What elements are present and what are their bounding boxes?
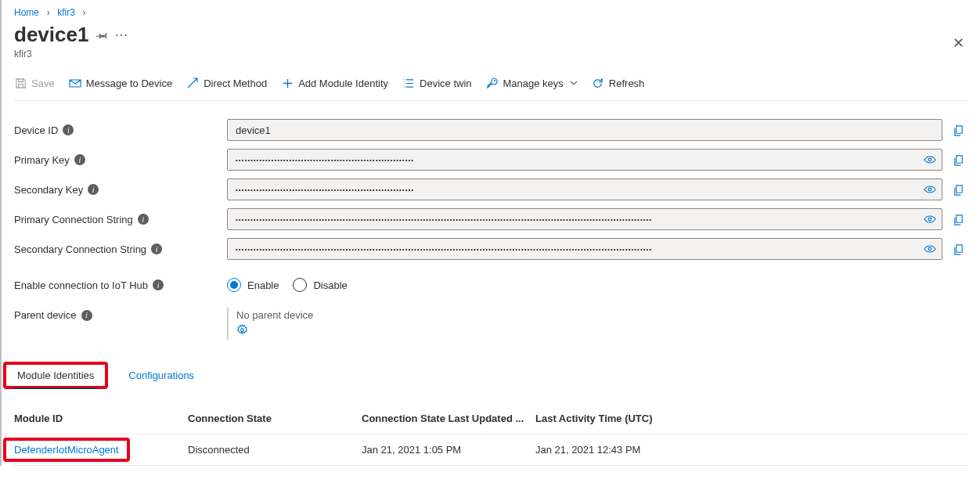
key-icon (486, 77, 499, 89)
svg-point-0 (494, 80, 495, 81)
direct-method-label: Direct Method (204, 77, 267, 89)
page-subtitle: kfir3 (14, 49, 967, 59)
tab-configurations[interactable]: Configurations (125, 363, 197, 387)
direct-method-button[interactable]: Direct Method (186, 77, 267, 89)
chevron-right-icon: › (83, 7, 86, 18)
copy-icon[interactable] (949, 184, 967, 196)
primary-key-value[interactable]: ••••••••••••••••••••••••••••••••••••••••… (227, 149, 942, 171)
breadcrumb-parent[interactable]: kfir3 (57, 7, 75, 18)
page-title: device1 (14, 23, 88, 47)
secondary-key-value[interactable]: ••••••••••••••••••••••••••••••••••••••••… (227, 178, 942, 200)
secondary-key-label: Secondary Key (14, 184, 83, 196)
disable-radio[interactable]: Disable (293, 278, 347, 292)
refresh-label: Refresh (609, 77, 645, 89)
primary-cs-value[interactable]: ••••••••••••••••••••••••••••••••••••••••… (227, 208, 942, 230)
parent-device-label: Parent device (14, 309, 77, 321)
cell-connection-state: Disconnected (188, 444, 362, 456)
plus-icon (281, 77, 294, 89)
info-icon[interactable]: i (63, 124, 74, 135)
svg-point-4 (928, 247, 931, 251)
secondary-cs-label: Secondary Connection String (14, 243, 146, 255)
enable-connection-field: Enable connection to IoT Hubi Enable Dis… (14, 270, 967, 300)
col-module-id: Module ID (14, 413, 188, 424)
breadcrumb: Home › kfir3 › (14, 6, 967, 21)
refresh-button[interactable]: Refresh (592, 77, 645, 89)
primary-key-label: Primary Key (14, 154, 70, 166)
reveal-icon[interactable] (924, 153, 936, 166)
info-icon[interactable]: i (74, 154, 85, 165)
copy-icon[interactable] (949, 154, 967, 166)
enable-radio-label: Enable (247, 279, 279, 291)
mail-icon (69, 77, 81, 89)
gear-icon[interactable] (236, 324, 248, 336)
message-label: Message to Device (86, 77, 173, 89)
refresh-icon (592, 77, 604, 89)
svg-point-2 (928, 188, 931, 191)
save-label: Save (31, 77, 55, 89)
save-icon (14, 77, 27, 89)
secondary-connection-string-field: Secondary Connection Stringi •••••••••••… (14, 234, 967, 264)
device-twin-button[interactable]: Device twin (402, 77, 471, 89)
info-icon[interactable]: i (88, 184, 99, 195)
reveal-icon[interactable] (924, 243, 936, 255)
device-twin-label: Device twin (420, 77, 471, 89)
cell-last-activity: Jan 21, 2021 12:43 PM (535, 444, 967, 456)
add-module-label: Add Module Identity (298, 77, 388, 89)
pin-icon[interactable] (96, 30, 107, 41)
enable-connection-label: Enable connection to IoT Hub (14, 279, 148, 291)
cell-connection-updated: Jan 21, 2021 1:05 PM (362, 444, 535, 456)
info-icon[interactable]: i (138, 214, 149, 225)
secondary-key-field: Secondary Keyi •••••••••••••••••••••••••… (14, 175, 967, 204)
primary-cs-label: Primary Connection String (14, 214, 133, 225)
reveal-icon[interactable] (924, 183, 936, 196)
info-icon[interactable]: i (153, 279, 164, 290)
device-id-label: Device ID (14, 124, 58, 136)
secondary-cs-value[interactable]: ••••••••••••••••••••••••••••••••••••••••… (227, 238, 942, 260)
chevron-right-icon: › (47, 7, 50, 18)
svg-point-1 (928, 158, 931, 161)
info-icon[interactable]: i (81, 310, 92, 321)
more-icon[interactable]: ··· (115, 29, 128, 41)
device-id-field: Device IDi device1 (14, 115, 967, 145)
copy-icon[interactable] (949, 124, 967, 136)
col-connection-updated: Connection State Last Updated ... (362, 413, 535, 424)
primary-connection-string-field: Primary Connection Stringi •••••••••••••… (14, 204, 967, 234)
tab-module-identities[interactable]: Module Identities (14, 363, 97, 389)
manage-keys-button[interactable]: Manage keys (486, 77, 578, 89)
toolbar: Save Message to Device Direct Method Add… (14, 66, 967, 101)
tabs: Module Identities Configurations (14, 362, 967, 389)
enable-radio[interactable]: Enable (227, 278, 279, 292)
col-last-activity: Last Activity Time (UTC) (535, 413, 967, 424)
disable-radio-label: Disable (313, 279, 347, 291)
direct-method-icon (186, 77, 199, 89)
col-connection-state: Connection State (188, 413, 362, 424)
chevron-down-icon (570, 79, 578, 87)
parent-device-value: No parent device (236, 309, 313, 321)
breadcrumb-home[interactable]: Home (14, 7, 39, 18)
save-button: Save (14, 77, 55, 89)
reveal-icon[interactable] (924, 213, 936, 225)
table-row: DefenderIotMicroAgent Disconnected Jan 2… (14, 434, 967, 466)
module-identities-table: Module ID Connection State Connection St… (14, 403, 967, 466)
copy-icon[interactable] (949, 243, 967, 255)
primary-key-field: Primary Keyi •••••••••••••••••••••••••••… (14, 145, 967, 175)
close-icon[interactable]: ✕ (953, 34, 964, 52)
list-icon (402, 77, 415, 89)
copy-icon[interactable] (949, 214, 967, 225)
module-id-link[interactable]: DefenderIotMicroAgent (14, 444, 119, 456)
svg-point-3 (928, 218, 931, 221)
message-to-device-button[interactable]: Message to Device (69, 77, 173, 89)
manage-keys-label: Manage keys (503, 77, 564, 89)
add-module-identity-button[interactable]: Add Module Identity (281, 77, 388, 89)
info-icon[interactable]: i (151, 243, 162, 254)
parent-device-field: Parent devicei No parent device (14, 308, 967, 340)
device-id-value[interactable]: device1 (227, 119, 942, 141)
